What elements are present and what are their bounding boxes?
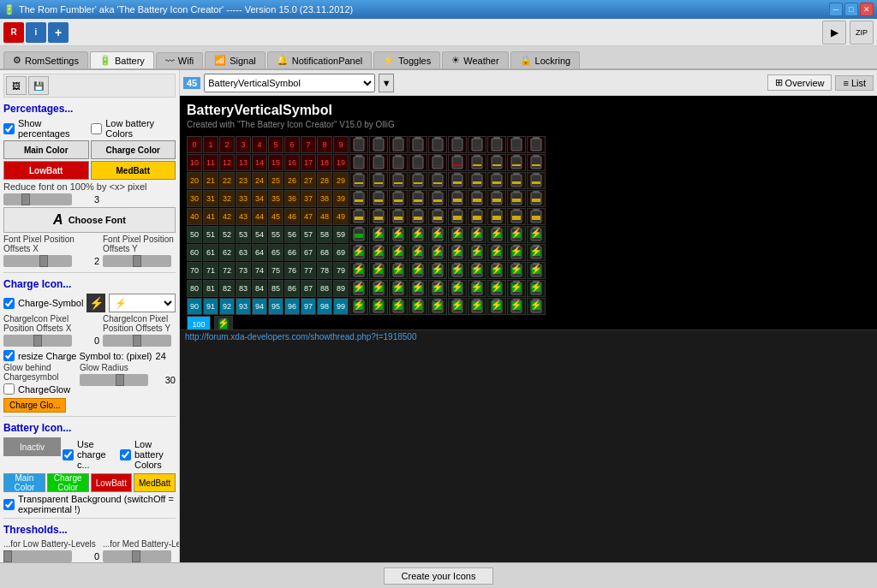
num-cell-36: 36 (284, 190, 300, 207)
svg-text:⚡: ⚡ (412, 281, 424, 293)
dropdown-arrow[interactable]: ▼ (379, 74, 394, 92)
charge-x-label: ChargeIcon Pixel Position Offsets X (3, 314, 99, 333)
font-y-slider[interactable] (103, 255, 171, 267)
grid-row-5: 50515253545556575859 ⚡ ⚡ ⚡ ⚡ ⚡ ⚡ (187, 226, 870, 243)
percentages-header[interactable]: Percentages... (3, 103, 176, 115)
svg-rect-116 (512, 199, 521, 202)
low-battery-colors-checkbox[interactable] (91, 123, 102, 134)
charge-glow-button[interactable]: Charge Glo... (3, 398, 66, 413)
svg-text:⚡: ⚡ (412, 227, 424, 239)
icon-cell-74: ⚡ (428, 262, 447, 279)
play-icon[interactable]: ▶ (822, 21, 846, 45)
icon-cell-72: ⚡ (389, 262, 408, 279)
tab-notification[interactable]: 🔔 NotificationPanel (267, 51, 373, 68)
overview-label: Overview (785, 78, 825, 88)
tab-romsettings[interactable]: ⚙ RomSettings (3, 51, 88, 68)
num-cell-38: 38 (317, 190, 332, 207)
low-bat-colors-checkbox[interactable] (120, 449, 131, 460)
icon-cell-66: ⚡ (468, 244, 486, 261)
num-cell-43: 43 (236, 208, 251, 225)
tab-wifi[interactable]: 〰 Wifi (156, 52, 203, 68)
use-charge-checkbox[interactable] (63, 449, 74, 460)
tab-overview[interactable]: ⊞ Overview (767, 74, 832, 91)
charge-y-slider[interactable] (103, 335, 171, 347)
left-toolbar-btn2[interactable]: 💾 (28, 76, 49, 95)
show-percentages-checkbox[interactable] (3, 123, 15, 134)
num-cell-99: 99 (333, 298, 349, 315)
svg-text:⚡: ⚡ (373, 227, 385, 239)
charge-icon-select[interactable]: ⚡ (109, 294, 176, 312)
num-cell-96: 96 (284, 298, 300, 315)
icon-cell-7 (487, 136, 506, 153)
resize-checkbox[interactable] (3, 350, 15, 361)
bat-charge-color-button[interactable]: Charge Color (47, 473, 89, 492)
num-cell-52: 52 (219, 226, 235, 243)
rom-icon[interactable]: R (3, 22, 24, 43)
svg-rect-79 (472, 175, 482, 187)
num-cell-24: 24 (252, 172, 267, 189)
cell-100: 100 (187, 316, 211, 330)
bat-lowbatt-button[interactable]: LowBatt (91, 473, 133, 492)
svg-rect-13 (433, 139, 443, 151)
zip-icon[interactable]: ZIP (850, 21, 874, 45)
svg-rect-37 (393, 157, 403, 169)
svg-rect-4 (373, 139, 384, 151)
minimize-button[interactable]: ─ (829, 3, 843, 16)
transparent-checkbox[interactable] (3, 499, 15, 510)
svg-text:⚡: ⚡ (373, 281, 385, 293)
med-thresh-slider[interactable] (103, 550, 171, 562)
svg-text:⚡: ⚡ (451, 281, 463, 293)
tab-battery[interactable]: 🔋 Battery (90, 51, 154, 68)
low-battery-colors-label: Low battery Colors (105, 118, 176, 139)
num-cell-90: 90 (187, 298, 202, 315)
glow-radius-slider[interactable] (80, 374, 148, 386)
low-thresh-slider[interactable] (3, 550, 72, 562)
reduce-font-slider[interactable] (3, 193, 72, 205)
icon-cell-68: ⚡ (507, 244, 526, 261)
charge-color-button[interactable]: Charge Color (91, 140, 176, 159)
item-number: 45 (183, 77, 200, 89)
tab-weather[interactable]: ☀ Weather (442, 51, 508, 68)
color-buttons-row: Main Color Charge Color (3, 140, 176, 159)
num-cell-41: 41 (203, 208, 218, 225)
charge-glow-checkbox[interactable] (3, 383, 15, 395)
charge-icon-header[interactable]: Charge Icon... (3, 278, 176, 290)
svg-rect-67 (393, 175, 403, 187)
medbatt-button[interactable]: MedBatt (91, 161, 176, 180)
choose-font-button[interactable]: A Choose Font (3, 207, 176, 233)
svg-rect-26 (512, 147, 521, 148)
font-x-slider[interactable] (3, 255, 72, 267)
svg-text:⚡: ⚡ (471, 263, 483, 275)
charge-x-slider[interactable] (3, 335, 72, 347)
svg-rect-85 (511, 175, 522, 187)
tab-toggles[interactable]: ⚡ Toggles (373, 51, 440, 68)
thresholds-header[interactable]: Thresholds... (3, 524, 176, 536)
tab-lockring[interactable]: 🔒 Lockring (510, 51, 581, 68)
num-cell-81: 81 (203, 280, 218, 297)
info-icon[interactable]: i (26, 22, 46, 43)
tab-signal[interactable]: 📶 Signal (205, 51, 265, 68)
num-cell-22: 22 (219, 172, 235, 189)
lowbatt-button[interactable]: LowBatt (3, 161, 89, 180)
item-select[interactable]: BatteryVerticalSymbol (204, 74, 375, 92)
font-x-value: 2 (75, 256, 99, 266)
battery-icon-header[interactable]: Battery Icon... (3, 422, 176, 434)
svg-text:⚡: ⚡ (510, 227, 522, 239)
inactiv-button[interactable]: Inactiv (3, 437, 61, 456)
num-cell-20: 20 (187, 172, 202, 189)
main-color-button[interactable]: Main Color (3, 140, 89, 159)
bat-main-color-button[interactable]: Main Color (3, 473, 45, 492)
icon-cell-30 (349, 190, 368, 207)
icon-cell-35 (448, 190, 467, 207)
left-toolbar-btn1[interactable]: 🖼 (6, 76, 27, 95)
add-icon[interactable]: + (48, 22, 69, 43)
tab-list[interactable]: ≡ List (835, 75, 874, 91)
svg-rect-101 (414, 199, 422, 202)
charge-symbol-checkbox[interactable] (3, 298, 15, 309)
close-button[interactable]: ✕ (860, 3, 874, 16)
icon-cell-46 (468, 208, 486, 225)
create-icons-button[interactable]: Create your Icons (384, 567, 494, 585)
bat-medbatt-button[interactable]: MedBatt (134, 473, 176, 492)
svg-rect-56 (512, 164, 521, 166)
maximize-button[interactable]: □ (844, 3, 858, 16)
